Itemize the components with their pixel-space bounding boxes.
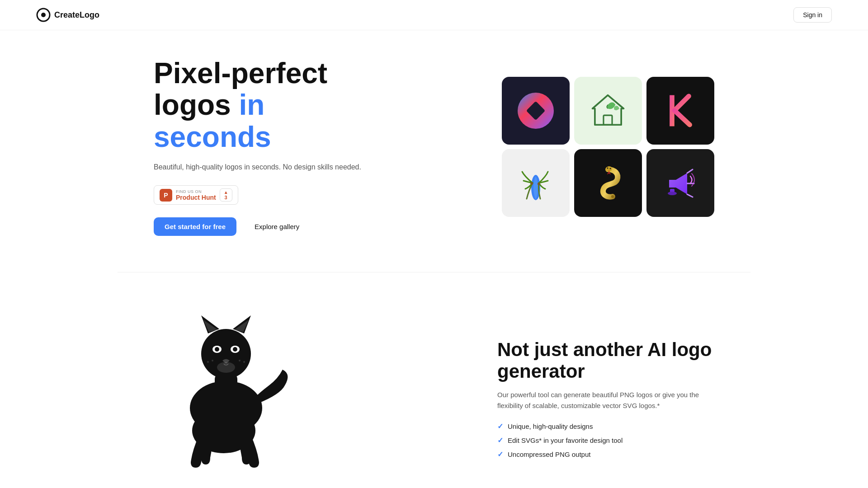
svg-point-11 [607, 167, 609, 169]
svg-point-28 [239, 360, 241, 361]
logo-icon [36, 8, 51, 22]
svg-point-25 [233, 347, 237, 352]
svg-point-32 [217, 362, 235, 373]
logo-cell-1 [502, 77, 570, 145]
product-hunt-text: FIND US ON Product Hunt [176, 189, 216, 201]
product-hunt-badge[interactable]: P FIND US ON Product Hunt ▲ 3 [154, 185, 238, 205]
second-title: Not just another AI logo generator [497, 339, 714, 383]
hero-subtitle: Beautiful, high-quality logos in seconds… [154, 162, 389, 173]
logo-grid-section [502, 77, 714, 217]
feature-label-2: Edit SVGs* in your favorite design tool [508, 436, 623, 444]
feature-item-2: ✓ Edit SVGs* in your favorite design too… [497, 436, 714, 445]
hero-title: Pixel-perfect logos in seconds [154, 57, 389, 153]
feature-label-1: Unique, high-quality designs [508, 422, 593, 430]
svg-point-29 [243, 361, 245, 363]
svg-marker-4 [593, 95, 624, 125]
svg-point-9 [538, 183, 540, 185]
svg-rect-5 [604, 115, 612, 125]
feature-item-1: ✓ Unique, high-quality designs [497, 422, 714, 431]
get-started-button[interactable]: Get started for free [154, 217, 236, 236]
svg-point-27 [207, 361, 209, 363]
check-icon-3: ✓ [497, 450, 503, 459]
logo-megaphone [660, 163, 701, 203]
svg-point-13 [611, 195, 614, 198]
logo-cell-3 [646, 77, 714, 145]
hero-buttons: Get started for free Explore gallery [154, 217, 389, 236]
svg-rect-30 [215, 374, 237, 388]
logo-eco-house [588, 90, 628, 131]
logo-letter-k [660, 90, 701, 131]
logo-cell-2 [574, 77, 642, 145]
feature-item-3: ✓ Uncompressed PNG output [497, 450, 714, 459]
panther-illustration [154, 291, 298, 473]
hero-left: Pixel-perfect logos in seconds Beautiful… [154, 57, 389, 236]
feature-list: ✓ Unique, high-quality designs ✓ Edit SV… [497, 422, 714, 459]
logo-abstract-circle [515, 90, 556, 131]
logo-cell-4 [502, 149, 570, 217]
panther-svg [154, 291, 298, 471]
check-icon-2: ✓ [497, 436, 503, 445]
product-hunt-icon: P [160, 189, 172, 202]
svg-point-1 [41, 13, 46, 17]
logo-grid [502, 77, 714, 217]
feature-label-3: Uncompressed PNG output [508, 450, 590, 458]
logo-cell-6 [646, 149, 714, 217]
svg-point-24 [215, 347, 219, 352]
logo-palm-surf [515, 163, 556, 203]
svg-point-12 [610, 168, 611, 169]
hero-section: Pixel-perfect logos in seconds Beautiful… [118, 30, 750, 272]
logo[interactable]: CreateLogo [36, 8, 99, 22]
second-section-content: Not just another AI logo generator Our p… [497, 339, 714, 474]
svg-point-26 [212, 360, 213, 361]
svg-point-15 [668, 192, 677, 195]
product-hunt-votes: ▲ 3 [220, 188, 232, 202]
check-icon-1: ✓ [497, 422, 503, 431]
explore-gallery-button[interactable]: Explore gallery [244, 217, 310, 236]
logo-cell-5 [574, 149, 642, 217]
second-section: Not just another AI logo generator Our p… [118, 272, 750, 488]
logo-snake [588, 163, 628, 203]
sign-in-button[interactable]: Sign in [793, 7, 832, 23]
logo-text: CreateLogo [54, 10, 99, 20]
second-desc: Our powerful tool can generate beautiful… [497, 389, 714, 411]
svg-point-8 [530, 182, 533, 185]
